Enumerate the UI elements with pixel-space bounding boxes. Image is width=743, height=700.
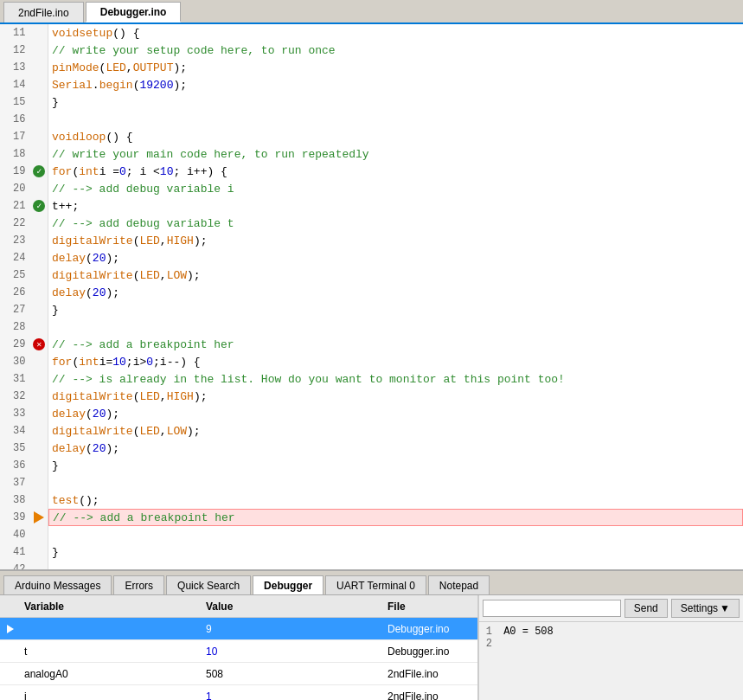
gutter-row: 39 [0,509,48,526]
line-number: 39 [0,511,30,523]
th-file: File [384,600,477,613]
file-cell: 2ndFile.ino [384,690,477,701]
tab-debugger[interactable]: Debugger.ino [86,2,182,22]
tab-2ndfile[interactable]: 2ndFile.ino [3,2,84,22]
send-settings-top: Send Settings ▼ [479,595,743,622]
gutter-row: 34 [0,422,48,440]
code-line: Serial.begin(19200); [48,76,743,93]
code-line: delay(20); [48,284,743,301]
code-line: // --> add debug variable t [48,215,743,232]
tabs-bar: 2ndFile.ino Debugger.ino [0,0,743,24]
debugger-table-area: Variable Value File 9Debugger.inot10Debu… [0,595,478,700]
monitor-line-1: 1 A0 = 508 [486,626,736,638]
code-line: } [48,93,743,111]
line-number: 40 [0,529,30,541]
line-number: 20 [0,183,30,195]
tab-2ndfile-label: 2ndFile.ino [18,7,69,19]
file-cell: Debugger.ino [384,623,477,635]
line-number: 19 [0,165,30,177]
code-line: } [48,543,743,561]
line-number: 12 [0,44,30,56]
send-input[interactable] [483,600,621,617]
bottom-tab-errors[interactable]: Errors [113,575,164,594]
code-line: delay(20); [48,249,743,267]
code-line: for(int i=10;i>0;i--) { [48,353,743,370]
line-number: 22 [0,217,30,229]
line-number: 38 [0,494,30,506]
gutter-row: 35 [0,440,48,457]
gutter: 111213141516171819✓2021✓2223242526272829… [0,24,48,569]
code-line: // write your setup code here, to run on… [48,42,743,59]
line-number: 15 [0,96,30,108]
gutter-row: 32 [0,388,48,405]
value-cell: 10 [202,645,384,658]
gutter-row: 12 [0,42,48,59]
table-row[interactable]: t10Debugger.ino [0,640,477,663]
line-number: 18 [0,148,30,160]
line-number: 33 [0,408,30,420]
code-line: pinMode(LED,OUTPUT); [48,59,743,76]
monitor-line-1-text: A0 = 508 [503,626,554,638]
code-line [48,561,743,569]
gutter-row: 22 [0,215,48,232]
gutter-row: 28 [0,318,48,336]
line-number: 25 [0,269,30,281]
settings-label: Settings [681,602,718,614]
code-line: void loop() { [48,128,743,145]
send-button[interactable]: Send [625,599,668,618]
line-number: 42 [0,563,30,569]
gutter-row: 26 [0,284,48,301]
bottom-tab-debugger[interactable]: Debugger [253,575,323,594]
line-number: 30 [0,356,30,368]
line-number: 32 [0,390,30,402]
th-value: Value [202,600,384,613]
expand-arrow-icon [7,625,14,633]
gutter-row: 19✓ [0,163,48,180]
gutter-row: 18 [0,145,48,163]
code-line: // --> add a breakpoint her [48,336,743,353]
line-marker: ✓ [30,200,48,212]
table-row[interactable]: 9Debugger.ino [0,618,477,640]
gutter-row: 21✓ [0,197,48,215]
bottom-tab-uart-terminal-0[interactable]: UART Terminal 0 [325,575,426,594]
table-header: Variable Value File [0,595,477,618]
breakpoint-red-icon[interactable]: ✕ [33,338,45,350]
gutter-row: 20 [0,180,48,197]
bottom-tabs-bar: Arduino MessagesErrorsQuick SearchDebugg… [0,571,743,595]
line-marker: ✓ [30,165,48,177]
bottom-tab-quick-search[interactable]: Quick Search [166,575,251,594]
file-cell: Debugger.ino [384,645,477,658]
code-line: } [48,301,743,318]
code-line: digitalWrite(LED,HIGH); [48,388,743,405]
line-number: 11 [0,27,30,39]
line-number: 21 [0,200,30,212]
gutter-row: 24 [0,249,48,267]
breakpoint-green-icon[interactable]: ✓ [33,200,45,212]
line-number: 27 [0,304,30,316]
bottom-tab-arduino-messages[interactable]: Arduino Messages [3,575,112,594]
line-number: 17 [0,131,30,143]
gutter-row: 33 [0,405,48,422]
current-line-arrow-icon [34,511,44,523]
value-cell: 9 [202,623,384,635]
code-line: t++; [48,197,743,215]
gutter-row: 41 [0,543,48,561]
gutter-row: 27 [0,301,48,318]
breakpoint-green-icon[interactable]: ✓ [33,165,45,177]
variable-cell: j [21,690,202,701]
bottom-tab-notepad[interactable]: Notepad [428,575,490,594]
line-number: 23 [0,234,30,247]
line-number: 16 [0,113,30,125]
line-number: 31 [0,373,30,385]
code-line: void setup() { [48,24,743,42]
value-cell: 508 [202,668,384,680]
code-line: // --> add debug variable i [48,180,743,197]
code-line: // --> add a breakpoint her [48,509,743,526]
table-row[interactable]: j12ndFile.ino [0,685,477,700]
code-line [48,318,743,336]
code-line: // write your main code here, to run rep… [48,145,743,163]
chevron-down-icon: ▼ [720,602,730,614]
table-row[interactable]: analogA05082ndFile.ino [0,663,477,685]
settings-button[interactable]: Settings ▼ [671,599,740,618]
monitor-area: 1 A0 = 508 2 [479,622,743,653]
